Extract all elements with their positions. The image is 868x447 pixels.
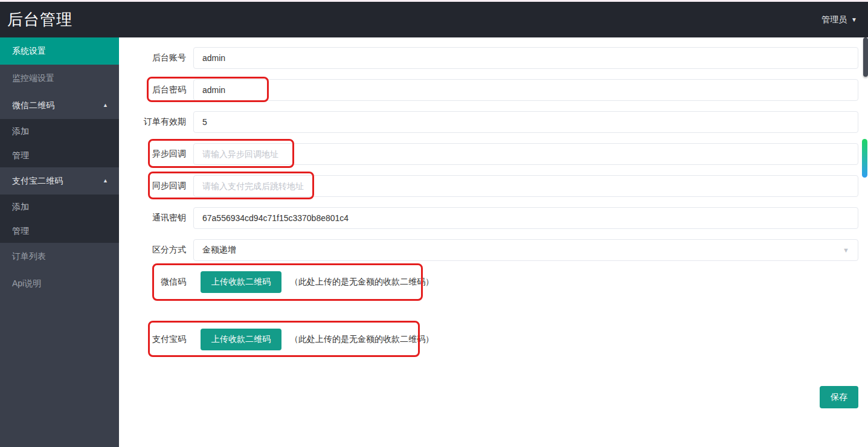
field-label: 微信码 — [143, 277, 186, 288]
upload-note: （此处上传的是无金额的收款二维码） — [290, 277, 434, 288]
chevron-up-icon: ▲ — [103, 92, 108, 119]
app-title: 后台管理 — [7, 9, 72, 30]
sidebar-item-alipay-add[interactable]: 添加 — [0, 195, 119, 219]
sidebar-item-label: 订单列表 — [12, 251, 46, 261]
upload-alipay-qrcode-button[interactable]: 上传收款二维码 — [201, 329, 281, 350]
form-row-sync-callback: 同步回调 — [143, 175, 858, 197]
distinguish-mode-select[interactable]: 金额递增 ▼ — [193, 239, 858, 261]
sidebar-item-label: 系统设置 — [12, 46, 46, 56]
form-row-async-callback: 异步回调 — [143, 143, 858, 165]
form-row-admin-password: 后台密码 — [143, 79, 858, 101]
order-validity-input[interactable] — [193, 111, 858, 133]
top-header: 后台管理 管理员 ▼ — [0, 2, 868, 37]
upload-wechat-qrcode-button[interactable]: 上传收款二维码 — [201, 271, 281, 293]
upload-note: （此处上传的是无金额的收款二维码） — [290, 334, 434, 345]
form-row-wechat-qrcode: 微信码 上传收款二维码 （此处上传的是无金额的收款二维码） — [143, 271, 858, 293]
save-row: 保存 — [119, 386, 858, 408]
sidebar-item-label: 管理 — [12, 226, 29, 236]
sync-callback-input[interactable] — [193, 175, 858, 197]
sidebar-group-alipay-qrcode[interactable]: 支付宝二维码 ▲ — [0, 167, 119, 195]
main-content: 后台账号 后台密码 订单有效期 异步回调 同步回调 通讯密钥 区分方式 金额递增… — [119, 37, 868, 447]
sidebar-item-label: Api说明 — [12, 278, 41, 288]
save-button[interactable]: 保存 — [820, 386, 858, 408]
field-label: 异步回调 — [143, 149, 186, 159]
user-menu[interactable]: 管理员 ▼ — [821, 14, 857, 25]
sidebar-submenu-wechat: 添加 管理 — [0, 119, 119, 167]
admin-password-input[interactable] — [193, 79, 858, 101]
sidebar-item-label: 监控端设置 — [12, 73, 54, 83]
admin-account-input[interactable] — [193, 47, 858, 69]
sidebar-item-order-list[interactable]: 订单列表 — [0, 243, 119, 270]
comm-secret-input[interactable] — [193, 207, 858, 229]
sidebar: 系统设置 监控端设置 微信二维码 ▲ 添加 管理 支付宝二维码 ▲ 添加 管理 … — [0, 37, 119, 447]
scrollbar-thumb[interactable] — [863, 37, 868, 77]
select-value: 金额递增 — [202, 245, 236, 256]
sidebar-item-label: 支付宝二维码 — [12, 176, 63, 185]
sidebar-group-wechat-qrcode[interactable]: 微信二维码 ▲ — [0, 92, 119, 119]
form-row-alipay-qrcode: 支付宝码 上传收款二维码 （此处上传的是无金额的收款二维码） — [143, 329, 858, 350]
sidebar-item-wechat-manage[interactable]: 管理 — [0, 143, 119, 167]
field-label: 区分方式 — [143, 245, 186, 256]
sidebar-item-label: 添加 — [12, 126, 29, 136]
field-label: 后台账号 — [143, 53, 186, 63]
user-menu-label: 管理员 — [821, 14, 847, 25]
field-label: 订单有效期 — [143, 117, 186, 127]
sidebar-item-wechat-add[interactable]: 添加 — [0, 119, 119, 143]
field-label: 通讯密钥 — [143, 213, 186, 224]
chevron-down-icon: ▼ — [851, 16, 857, 23]
field-label: 后台密码 — [143, 85, 186, 95]
sidebar-item-label: 添加 — [12, 202, 29, 211]
form-row-distinguish-mode: 区分方式 金额递增 ▼ — [143, 239, 858, 261]
chevron-down-icon: ▼ — [843, 246, 849, 254]
sidebar-item-alipay-manage[interactable]: 管理 — [0, 219, 119, 243]
sidebar-submenu-alipay: 添加 管理 — [0, 195, 119, 243]
sidebar-item-monitor-settings[interactable]: 监控端设置 — [0, 65, 119, 92]
form-row-admin-account: 后台账号 — [143, 47, 858, 69]
form-row-order-validity: 订单有效期 — [143, 111, 858, 133]
sidebar-item-system-settings[interactable]: 系统设置 — [0, 37, 119, 65]
chevron-up-icon: ▲ — [103, 167, 108, 195]
sidebar-item-label: 微信二维码 — [12, 100, 54, 110]
sidebar-item-api-docs[interactable]: Api说明 — [0, 270, 119, 297]
form-row-comm-secret: 通讯密钥 — [143, 207, 858, 229]
field-label: 同步回调 — [143, 181, 186, 191]
field-label: 支付宝码 — [143, 334, 186, 345]
sidebar-item-label: 管理 — [12, 150, 29, 160]
async-callback-input[interactable] — [193, 143, 858, 165]
scroll-position-gradient-indicator[interactable] — [862, 139, 867, 178]
